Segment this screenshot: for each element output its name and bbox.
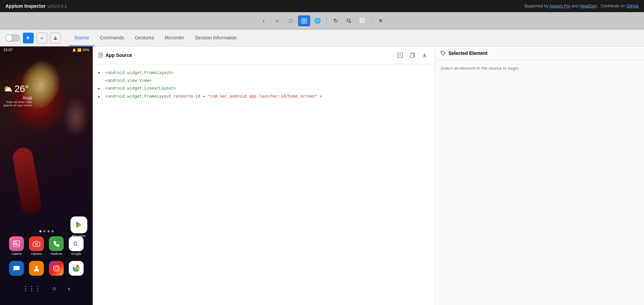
app-icon-chat[interactable] [9, 261, 24, 277]
download-source-button[interactable] [420, 50, 429, 60]
expand-icon [398, 53, 403, 58]
toggle-knob [6, 35, 12, 41]
home-button[interactable]: ○ [271, 15, 283, 26]
svg-point-2 [347, 19, 350, 22]
nav-menu-icon[interactable]: ⋮⋮⋮ [23, 285, 41, 292]
main-content: 15:07 🔔 📶 84% ⛅ 26° Arujá Hoje vai [0, 46, 644, 305]
svg-point-16 [75, 268, 77, 269]
selected-panel-header: Selected Element [435, 46, 644, 60]
weather-widget: ⛅ 26° Arujá Hoje vai estar mais quente d… [3, 83, 32, 107]
toggle-switch[interactable] [5, 34, 20, 42]
nav-back-icon[interactable]: ‹ [68, 285, 70, 292]
gallery-label: Galeria [12, 252, 22, 256]
weather-city: Arujá [3, 96, 32, 100]
headspin-link[interactable]: HeadSpin [580, 4, 597, 8]
svg-point-11 [55, 267, 58, 270]
tab-source[interactable]: Source [69, 30, 94, 46]
app-icon-google[interactable]: G Google [69, 236, 84, 256]
nav-home-icon[interactable]: ○ [53, 285, 56, 292]
source-panel-actions [396, 50, 429, 60]
battery-indicator: 84% [83, 48, 89, 52]
weather-desc: Hoje vai estar mais [3, 100, 32, 104]
selected-panel-title: Selected Element [448, 50, 488, 56]
svg-marker-4 [76, 222, 82, 228]
select-mode-button[interactable] [23, 33, 34, 43]
svg-rect-1 [303, 20, 305, 22]
support-text: Supported by Appium Pro and HeadSpin . C… [524, 4, 639, 8]
tree-toggle-linearlayout[interactable]: ▶ [98, 86, 103, 91]
github-link[interactable]: GitHub [626, 4, 639, 8]
selected-element-panel: Selected Element Select an element in th… [435, 46, 644, 305]
camera-label: Câmera [31, 252, 42, 256]
tag-icon [440, 50, 446, 56]
svg-rect-6 [13, 241, 20, 247]
device-screen[interactable]: 15:07 🔔 📶 84% ⛅ 26° Arujá Hoje vai [0, 46, 93, 305]
tree-toggle-root[interactable]: ▼ [98, 70, 103, 76]
dot-4 [52, 230, 54, 232]
status-bar: 15:07 🔔 📶 84% [0, 46, 93, 53]
app-icon-instagram[interactable] [49, 261, 64, 277]
tree-toggle-framelayout-child[interactable]: ▶ [98, 94, 103, 99]
source-panel: App Source [93, 46, 435, 305]
instagram-icon [49, 261, 64, 276]
download-button[interactable] [50, 33, 61, 43]
tree-node-linearlayout[interactable]: ▶ <android.widget.LinearLayout> [98, 85, 429, 92]
dot-3 [48, 230, 50, 232]
wallpaper-blob3 [62, 97, 89, 137]
app-version: v2024.9.1 [48, 4, 67, 9]
app-icon-phone[interactable]: Telefone [49, 236, 64, 256]
tab-recorder[interactable]: Recorder [159, 30, 190, 46]
record-button[interactable]: ⬜ [356, 15, 369, 26]
device-panel: 15:07 🔔 📶 84% ⛅ 26° Arujá Hoje vai [0, 46, 93, 305]
svg-text:G: G [74, 241, 78, 247]
search-icon [346, 18, 352, 24]
tree-node-view[interactable]: ▶ <android.view.View> [98, 77, 429, 84]
search-button[interactable] [343, 15, 355, 26]
app-row-2 [7, 261, 86, 277]
app-icon-galeria[interactable]: Galeria [9, 236, 24, 256]
screenshot-button[interactable] [298, 15, 310, 26]
google-icon: G [69, 236, 84, 251]
selected-panel-body: Select an element in the source to begin… [435, 60, 644, 76]
app-row-1: Galeria Câmera [7, 236, 86, 256]
selected-panel-placeholder: Select an element in the source to begin… [440, 66, 520, 71]
camera-icon [29, 236, 44, 251]
nav-bar: ⋮⋮⋮ ○ ‹ [7, 282, 86, 295]
tab-gestures[interactable]: Gestures [129, 30, 159, 46]
back-button[interactable]: ‹ [258, 15, 270, 26]
tree-node-framelayout-root[interactable]: ▼ <android.widget.FrameLayout> [98, 70, 429, 76]
app-button[interactable]: □ [285, 15, 297, 26]
xml-tree: ▼ <android.widget.FrameLayout> ▶ <androi… [93, 64, 435, 305]
globe-button[interactable]: 🌐 [312, 15, 324, 26]
app-icon-chrome[interactable] [69, 261, 84, 277]
play-store-logo [74, 220, 84, 230]
add-button[interactable]: + [36, 33, 47, 43]
dock-area: Galeria Câmera [0, 230, 93, 295]
svg-line-3 [350, 22, 351, 23]
download-source-icon [422, 53, 427, 58]
main-toolbar: ‹ ○ □ 🌐 ↻ ⬜ ✕ [0, 12, 644, 30]
tree-node-framelayout-child[interactable]: ▶ <android.widget.FrameLayout resource-i… [98, 93, 429, 100]
appium-pro-link[interactable]: Appium Pro [549, 4, 570, 8]
source-panel-header: App Source [93, 46, 435, 64]
screenshot-icon [301, 18, 307, 24]
copy-button[interactable] [408, 50, 417, 60]
tab-session-information[interactable]: Session Information [189, 30, 242, 46]
titlebar: Appium Inspector v2024.9.1 Supported by … [0, 0, 644, 12]
svg-point-7 [35, 243, 37, 245]
toolbar-divider-2 [371, 17, 372, 25]
secondary-toolbar: + Source Commands Gestures Recorder Sess… [0, 30, 644, 46]
dot-2 [43, 230, 46, 232]
tab-commands[interactable]: Commands [94, 30, 129, 46]
app-icon-contacts[interactable] [29, 261, 44, 277]
svg-rect-20 [410, 54, 414, 58]
svg-point-12 [58, 266, 58, 267]
refresh-button[interactable]: ↻ [329, 15, 342, 26]
document-icon [98, 53, 104, 58]
app-name: Appium Inspector [5, 3, 46, 9]
app-icon-camera[interactable]: Câmera [29, 236, 44, 256]
weather-temp: 26° [14, 83, 29, 94]
expand-button[interactable] [396, 50, 405, 60]
close-button[interactable]: ✕ [374, 15, 386, 26]
download-icon [53, 36, 58, 40]
